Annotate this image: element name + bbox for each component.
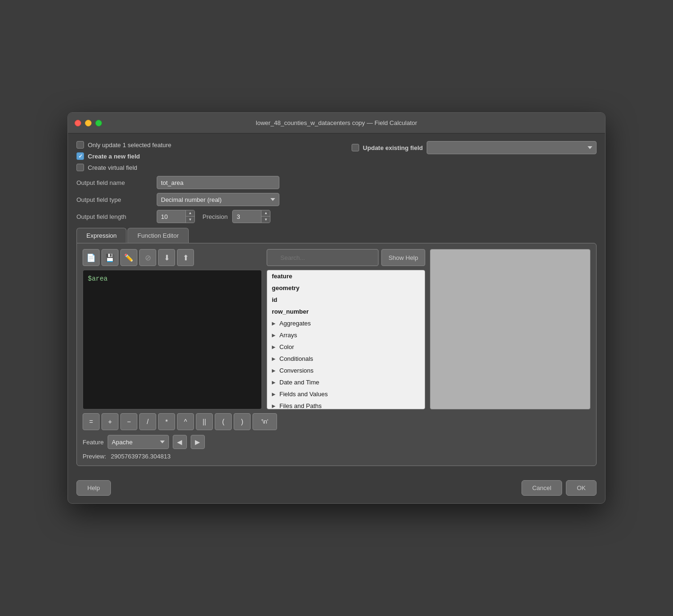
precision-spinbox: ▲ ▼	[232, 210, 270, 223]
field-length-label: Output field length	[76, 213, 157, 220]
bottom-buttons: Help Cancel OK	[68, 474, 605, 503]
fn-group-arrays[interactable]: ▶ Arrays	[267, 329, 425, 341]
arrow-icon: ▶	[272, 356, 276, 361]
main-content: Only update 1 selected feature Create a …	[68, 133, 605, 474]
field-length-down[interactable]: ▼	[186, 216, 194, 223]
arrow-icon: ▶	[272, 391, 276, 397]
precision-input[interactable]	[233, 211, 261, 222]
arrow-icon: ▶	[272, 368, 276, 373]
import-expression-btn[interactable]: ⬇	[158, 249, 175, 266]
feature-row: Feature Apache ◀ ▶	[83, 435, 590, 449]
precision-up[interactable]: ▲	[261, 210, 270, 216]
feature-prev-btn[interactable]: ◀	[173, 435, 187, 449]
op-close-paren[interactable]: )	[234, 413, 251, 430]
fn-group-date-and-time[interactable]: ▶ Date and Time	[267, 376, 425, 388]
fn-item-feature[interactable]: feature	[267, 270, 425, 282]
feature-select[interactable]: Apache	[108, 435, 169, 449]
field-type-select[interactable]: Decimal number (real)	[157, 193, 279, 206]
titlebar: lower_48_counties_w_datacenters copy — F…	[68, 113, 605, 133]
right-options: Update existing field	[352, 141, 597, 154]
export-expression-btn[interactable]: ⬆	[177, 249, 194, 266]
function-search-input[interactable]	[267, 249, 379, 266]
create-virtual-field-checkbox[interactable]	[76, 164, 84, 171]
fn-group-color[interactable]: ▶ Color	[267, 341, 425, 353]
only-update-checkbox[interactable]	[76, 141, 84, 149]
new-expression-btn[interactable]: 📄	[83, 249, 100, 266]
show-help-btn[interactable]: Show Help	[381, 249, 425, 266]
field-type-row: Output field type Decimal number (real)	[76, 193, 597, 206]
op-concat[interactable]: ||	[196, 413, 213, 430]
preview-label: Preview:	[83, 453, 106, 460]
delete-expression-btn[interactable]: ⊘	[139, 249, 156, 266]
fn-item-geometry[interactable]: geometry	[267, 282, 425, 294]
feature-next-btn[interactable]: ▶	[191, 435, 205, 449]
field-name-label: Output field name	[76, 179, 157, 186]
tab-function-editor[interactable]: Function Editor	[127, 228, 188, 243]
create-new-field-row: Create a new field	[76, 152, 171, 160]
field-name-input[interactable]	[157, 176, 279, 189]
operators-row: = + − / * ^ || ( ) '\n'	[83, 413, 590, 430]
field-length-input[interactable]	[157, 211, 185, 222]
arrow-icon: ▶	[272, 380, 276, 385]
right-buttons: Cancel OK	[522, 480, 597, 496]
create-virtual-field-label: Create virtual field	[88, 164, 137, 171]
fn-item-row-number[interactable]: row_number	[267, 306, 425, 317]
op-open-paren[interactable]: (	[215, 413, 232, 430]
arrow-icon: ▶	[272, 321, 276, 326]
expression-editor[interactable]: $area	[83, 270, 262, 409]
field-length-row: Output field length ▲ ▼ Precision ▲ ▼	[76, 210, 597, 223]
field-length-spinbox: ▲ ▼	[157, 210, 195, 223]
op-newline[interactable]: '\n'	[252, 413, 277, 430]
window-title: lower_48_counties_w_datacenters copy — F…	[256, 119, 417, 126]
fn-group-conditionals[interactable]: ▶ Conditionals	[267, 353, 425, 365]
function-list-wrap: feature geometry id row_number	[267, 270, 425, 409]
expression-left: 📄 💾 ✏️ ⊘ ⬇ ⬆ $area	[83, 249, 262, 409]
fn-item-id[interactable]: id	[267, 294, 425, 306]
create-new-field-label: Create a new field	[88, 153, 140, 160]
ok-button[interactable]: OK	[566, 480, 597, 496]
op-multiply[interactable]: *	[158, 413, 175, 430]
precision-spinbox-buttons: ▲ ▼	[261, 210, 270, 223]
save-expression-btn[interactable]: 💾	[101, 249, 118, 266]
tab-content: 📄 💾 ✏️ ⊘ ⬇ ⬆ $area 🔍	[76, 243, 597, 466]
update-existing-field-checkbox[interactable]	[352, 144, 359, 151]
tab-expression[interactable]: Expression	[76, 228, 126, 243]
top-options: Only update 1 selected feature Create a …	[76, 141, 597, 171]
field-length-up[interactable]: ▲	[186, 210, 194, 216]
field-calculator-window: lower_48_counties_w_datacenters copy — F…	[67, 112, 606, 504]
expression-area: 📄 💾 ✏️ ⊘ ⬇ ⬆ $area 🔍	[83, 249, 590, 409]
op-equals[interactable]: =	[83, 413, 100, 430]
only-update-row: Only update 1 selected feature	[76, 141, 171, 149]
fn-group-conversions[interactable]: ▶ Conversions	[267, 365, 425, 376]
arrow-icon: ▶	[272, 333, 276, 338]
maximize-button[interactable]	[95, 120, 102, 126]
op-power[interactable]: ^	[177, 413, 194, 430]
op-divide[interactable]: /	[139, 413, 156, 430]
fn-group-files-and-paths[interactable]: ▶ Files and Paths	[267, 400, 425, 409]
function-toolbar: 🔍 Show Help	[267, 249, 425, 266]
cancel-button[interactable]: Cancel	[522, 480, 562, 496]
field-name-row: Output field name	[76, 176, 597, 189]
field-length-spinbox-buttons: ▲ ▼	[185, 210, 194, 223]
update-existing-field-label: Update existing field	[363, 144, 423, 151]
edit-expression-btn[interactable]: ✏️	[120, 249, 137, 266]
existing-field-select[interactable]	[427, 141, 597, 154]
create-new-field-checkbox[interactable]	[76, 152, 84, 160]
function-list[interactable]: feature geometry id row_number	[267, 270, 425, 409]
precision-down[interactable]: ▼	[261, 216, 270, 223]
only-update-label: Only update 1 selected feature	[88, 142, 171, 149]
traffic-lights	[75, 120, 102, 126]
function-browser: 🔍 Show Help feature geometry	[267, 249, 425, 409]
op-plus[interactable]: +	[101, 413, 118, 430]
fn-group-aggregates[interactable]: ▶ Aggregates	[267, 317, 425, 329]
precision-label: Precision	[202, 213, 227, 220]
op-minus[interactable]: −	[120, 413, 137, 430]
help-button[interactable]: Help	[76, 480, 111, 496]
preview-row: Preview: 29057639736.304813	[83, 453, 590, 460]
fn-group-fields-and-values[interactable]: ▶ Fields and Values	[267, 388, 425, 400]
feature-label: Feature	[83, 439, 104, 446]
minimize-button[interactable]	[85, 120, 92, 126]
preview-value: 29057639736.304813	[111, 453, 171, 460]
left-options: Only update 1 selected feature Create a …	[76, 141, 171, 171]
close-button[interactable]	[75, 120, 81, 126]
